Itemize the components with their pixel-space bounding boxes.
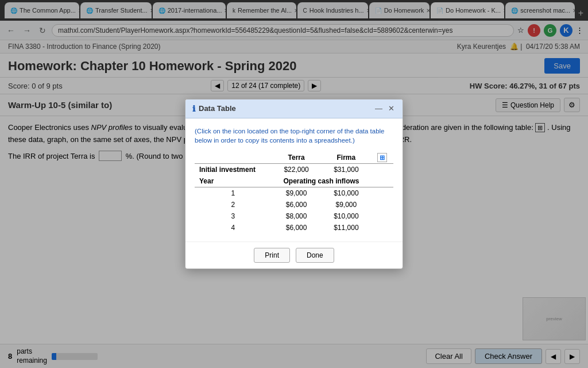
- modal-instruction: (Click on the icon located on the top-ri…: [195, 126, 393, 145]
- modal-header: ℹ Data Table — ✕: [185, 99, 403, 118]
- minimize-button[interactable]: —: [374, 104, 384, 113]
- spreadsheet-copy-icon[interactable]: ⊞: [371, 152, 393, 164]
- modal-overlay: ℹ Data Table — ✕ (Click on the icon loca…: [0, 0, 588, 168]
- data-table: Terra Firma ⊞ Initial investment $22,000…: [195, 152, 393, 168]
- info-icon: ℹ: [192, 104, 195, 113]
- col-terra: Terra: [272, 152, 322, 164]
- modal-title: ℹ Data Table: [192, 104, 236, 113]
- initial-investment-row: Initial investment $22,000 $31,000: [195, 164, 393, 168]
- data-table-modal: ℹ Data Table — ✕ (Click on the icon loca…: [185, 99, 403, 168]
- modal-body: (Click on the icon located on the top-ri…: [185, 118, 403, 168]
- close-modal-button[interactable]: ✕: [387, 104, 396, 113]
- col-firma: Firma: [321, 152, 371, 164]
- modal-header-icons: — ✕: [374, 104, 396, 113]
- col-empty: [195, 152, 272, 164]
